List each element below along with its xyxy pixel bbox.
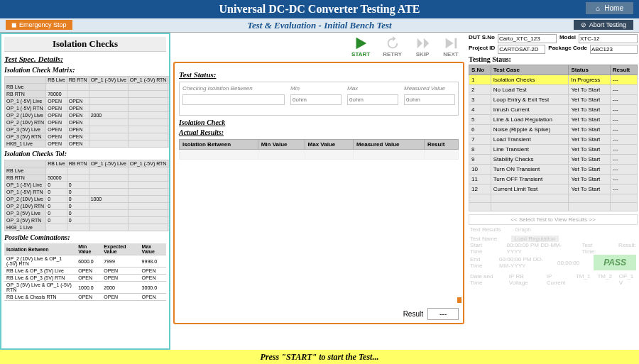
ghost-end-label: End Time	[470, 256, 485, 269]
package-label: Package Code	[548, 45, 587, 54]
right-panel: DUT S.No Model Project ID Package Code T…	[467, 33, 639, 350]
retry-button[interactable]: RETRY	[383, 35, 402, 57]
dut-sno-input[interactable]	[498, 34, 557, 43]
next-label: NEXT	[443, 51, 458, 57]
isolation-tol-table[interactable]: RB LiveRB RTNOP_1 (-5V) LiveOP_1 (-5V) R…	[4, 160, 170, 231]
package-input[interactable]	[590, 45, 638, 54]
home-button[interactable]: ⌂ Home	[586, 2, 633, 14]
max-label: Max	[347, 85, 358, 92]
actual-results-header: Actual Results:	[179, 128, 459, 136]
emergency-stop-button[interactable]: ◼ Emergency Stop	[6, 20, 72, 30]
stop-icon: ◼	[11, 21, 16, 28]
start-label: START	[351, 51, 370, 57]
measured-input[interactable]	[404, 94, 455, 105]
abort-label: Abort Testing	[589, 21, 626, 28]
matrix-header: Isolation Check Matrix:	[4, 66, 166, 74]
test-status-header: Test Status:	[179, 70, 459, 79]
ghost-tt: 00:00:00	[557, 260, 579, 266]
select-test-header: << Select Test to View Results >>	[469, 214, 638, 225]
combinations-header: Possible Cominations:	[4, 233, 166, 241]
measured-label: Measured Value	[404, 85, 445, 92]
app-title: Universal DC-DC Converter Testing ATE	[219, 3, 420, 16]
iso-check-header: Isolation Check	[179, 118, 459, 126]
scroll-indicator[interactable]	[457, 297, 462, 303]
result-summary: Result ---	[403, 308, 459, 320]
emergency-label: Emergency Stop	[19, 21, 67, 28]
next-icon	[443, 35, 459, 51]
section-title: Isolation Checks	[4, 37, 166, 52]
ghost-name: Load Regulation	[511, 236, 558, 242]
isolation-matrix-table[interactable]: RB LiveRB RTNOP_1 (-5V) LiveOP_1 (-5V) R…	[4, 76, 170, 148]
actual-results-table[interactable]: Isolation BetweenMin ValueMax ValueMeasu…	[179, 139, 459, 160]
model-input[interactable]	[579, 34, 638, 43]
subtitle-bar: ◼ Emergency Stop Test & Evaluation - Ini…	[0, 18, 639, 33]
testing-status-header: Testing Staus:	[469, 55, 638, 63]
test-status-box: Test Status: Checking Isolation Between …	[173, 62, 464, 324]
checking-box: Checking Isolation Between Min Max Measu…	[179, 82, 459, 116]
max-input[interactable]	[347, 94, 398, 105]
play-icon	[353, 35, 368, 51]
tol-header: Isolation Checks Tol:	[4, 150, 166, 158]
abort-button[interactable]: ⊘ Abort Testing	[574, 20, 633, 30]
skip-label: SKIP	[416, 51, 430, 57]
home-icon: ⌂	[596, 4, 600, 12]
dut-sno-label: DUT S.No	[469, 34, 495, 43]
ghost-start-label: Start Time	[470, 242, 493, 255]
ghost-result: PASS	[594, 255, 636, 270]
skip-icon	[415, 35, 430, 51]
retry-label: RETRY	[383, 51, 402, 57]
ghost-end: 00:00:00 PM DD-MM-YYYY	[499, 256, 543, 269]
test-status-panel: START RETRY SKIP NEXT Test Status: Check…	[170, 33, 467, 350]
testing-status-table[interactable]: S.NoTest CaseStatusResult1Isolation Chec…	[469, 65, 638, 211]
action-row: START RETRY SKIP NEXT	[173, 35, 464, 62]
ghost-start: 00:00:00 PM DD-MM-YYYY	[507, 242, 568, 255]
checking-label: Checking Isolation Between	[182, 85, 253, 92]
abort-icon: ⊘	[581, 21, 586, 28]
checking-input[interactable]	[182, 94, 285, 105]
footer-hint: Press "START" to start the Test...	[0, 350, 639, 364]
spec-details-header: Test Spec. Details:	[4, 55, 166, 63]
min-input[interactable]	[290, 94, 342, 105]
titlebar: Universal DC-DC Converter Testing ATE ⌂ …	[0, 0, 639, 18]
model-label: Model	[559, 34, 576, 43]
ghost-result-label: Result:	[618, 242, 636, 255]
start-button[interactable]: START	[351, 35, 370, 57]
project-label: Project ID	[469, 45, 495, 54]
results-preview: Text Results Graph Test Name Load Regula…	[469, 225, 638, 287]
subtitle: Test & Evaluation - Initial Bench Test	[247, 20, 391, 31]
main-area: Isolation Checks Test Spec. Details: Iso…	[0, 33, 639, 350]
combinations-table[interactable]: Isolation BetweenMin ValueExpected Value…	[4, 243, 166, 301]
skip-button[interactable]: SKIP	[415, 35, 430, 57]
next-button[interactable]: NEXT	[443, 35, 459, 57]
min-label: Min	[290, 85, 300, 92]
tab-graph[interactable]: Graph	[515, 226, 531, 233]
home-label: Home	[604, 4, 623, 12]
spec-panel: Isolation Checks Test Spec. Details: Iso…	[0, 33, 170, 350]
result-value: ---	[427, 308, 459, 320]
ghost-tt-label: Test Time:	[582, 242, 605, 255]
retry-icon	[385, 35, 400, 51]
project-input[interactable]	[498, 45, 545, 54]
ghost-name-label: Test Name	[470, 236, 497, 242]
result-label: Result	[403, 310, 423, 318]
tab-text-results[interactable]: Text Results	[470, 226, 501, 233]
